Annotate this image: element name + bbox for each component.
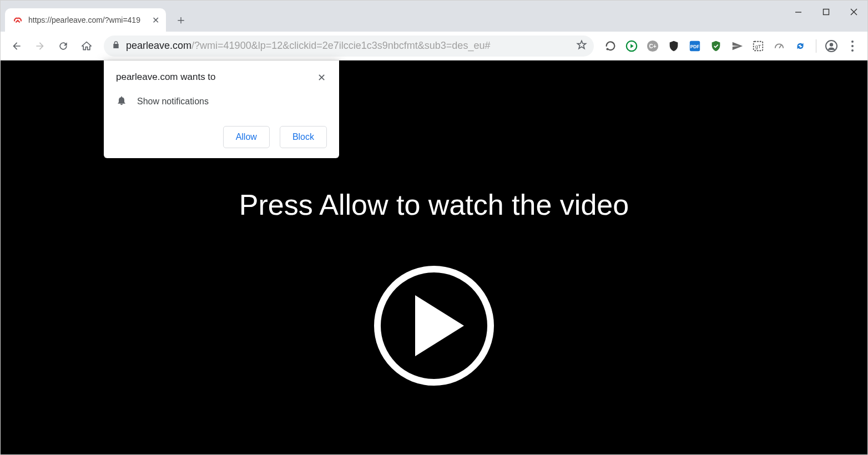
extension-cplus-icon[interactable]: C+ <box>645 38 660 54</box>
svg-point-4 <box>606 48 608 50</box>
new-tab-button[interactable]: ＋ <box>171 11 190 29</box>
forward-button[interactable] <box>29 36 51 57</box>
extension-pdf-icon[interactable]: PDF <box>687 38 703 54</box>
svg-line-12 <box>779 45 781 48</box>
block-button[interactable]: Block <box>280 126 327 148</box>
extension-speed-icon[interactable] <box>771 38 787 54</box>
address-bar[interactable]: pearleave.com/?wmi=41900&lp=12&clickid=2… <box>104 36 594 57</box>
favicon-icon <box>13 15 23 25</box>
kebab-menu-icon[interactable] <box>843 37 862 55</box>
reload-button[interactable] <box>53 36 74 57</box>
extension-send-icon[interactable] <box>729 38 745 54</box>
svg-point-14 <box>830 43 833 46</box>
bell-icon <box>116 95 127 108</box>
play-button[interactable] <box>374 266 494 386</box>
extension-shield-green-icon[interactable] <box>708 38 724 54</box>
toolbar: pearleave.com/?wmi=41900&lp=12&clickid=2… <box>1 32 867 60</box>
profile-avatar-icon[interactable] <box>822 37 841 55</box>
extension-sync-icon[interactable] <box>793 38 808 54</box>
svg-rect-1 <box>823 9 829 14</box>
tab-strip: https://pearleave.com/?wmi=419 ✕ ＋ <box>1 1 867 32</box>
maximize-button[interactable] <box>812 1 840 23</box>
extension-icons: C+ PDF gT <box>599 38 810 54</box>
play-icon <box>415 295 464 356</box>
close-tab-icon[interactable]: ✕ <box>152 15 159 26</box>
toolbar-separator <box>816 39 816 53</box>
home-button[interactable] <box>76 36 97 57</box>
browser-tab[interactable]: https://pearleave.com/?wmi=419 ✕ <box>5 8 166 32</box>
back-button[interactable] <box>6 36 27 57</box>
allow-button[interactable]: Allow <box>223 126 270 148</box>
lock-icon[interactable] <box>112 41 120 52</box>
svg-text:PDF: PDF <box>690 44 700 49</box>
svg-text:gT: gT <box>755 43 761 49</box>
page-headline: Press Allow to watch the video <box>239 188 629 221</box>
window-controls <box>784 1 867 23</box>
window-close-button[interactable] <box>840 1 867 23</box>
url-text: pearleave.com/?wmi=41900&lp=12&clickid=2… <box>126 40 571 52</box>
extension-shield-dark-icon[interactable] <box>666 38 682 54</box>
permission-close-icon[interactable]: ✕ <box>316 72 327 84</box>
extension-translate-icon[interactable]: gT <box>750 38 766 54</box>
notification-permission-popup: pearleave.com wants to ✕ Show notificati… <box>104 60 339 158</box>
bookmark-star-icon[interactable] <box>576 39 587 53</box>
svg-text:C+: C+ <box>649 43 656 49</box>
permission-title: pearleave.com wants to <box>116 72 216 83</box>
browser-window: https://pearleave.com/?wmi=419 ✕ ＋ <box>0 0 868 455</box>
extension-play-icon[interactable] <box>624 38 639 54</box>
minimize-button[interactable] <box>784 1 812 23</box>
url-host: pearleave.com <box>126 40 191 51</box>
url-path: /?wmi=41900&lp=12&clickid=2e7ilccie1c3s9… <box>191 40 490 51</box>
extension-1-icon[interactable] <box>603 38 618 54</box>
page-content: Press Allow to watch the video pearleave… <box>1 60 867 454</box>
tab-title: https://pearleave.com/?wmi=419 <box>28 16 147 24</box>
permission-message: Show notifications <box>137 97 209 107</box>
